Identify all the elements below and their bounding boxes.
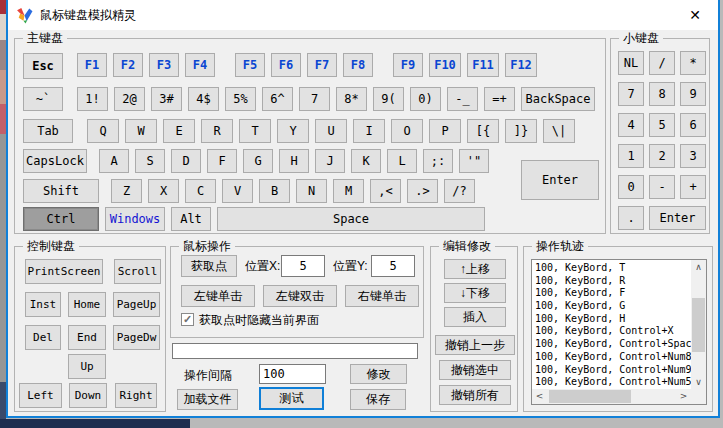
key-h[interactable]: H xyxy=(279,149,309,173)
key-symbol[interactable]: -_ xyxy=(447,87,478,111)
track-item[interactable]: 100, KeyBord, R xyxy=(535,275,691,288)
key-nl[interactable]: NL xyxy=(618,51,644,75)
key-backspace[interactable]: BackSpace xyxy=(521,87,595,111)
key-8[interactable]: 8 xyxy=(649,82,675,106)
double-click-button[interactable]: 左键双击 xyxy=(263,285,337,307)
scroll-down-icon[interactable]: ∨ xyxy=(691,375,706,389)
key-del[interactable]: Del xyxy=(25,325,61,350)
key-x[interactable]: X xyxy=(148,179,179,203)
key-symbol[interactable]: + xyxy=(680,175,706,199)
key-symbol[interactable]: ~` xyxy=(23,87,63,111)
key-pageup[interactable]: PageUp xyxy=(113,292,160,317)
key-inst[interactable]: Inst xyxy=(25,292,61,317)
key-v[interactable]: V xyxy=(222,179,253,203)
pos-x-input[interactable] xyxy=(281,255,325,277)
key-5[interactable]: 5% xyxy=(225,87,256,111)
horizontal-scroll-thumb[interactable] xyxy=(549,390,631,403)
key-i[interactable]: I xyxy=(353,119,385,143)
key-symbol[interactable]: .> xyxy=(407,179,438,203)
get-point-button[interactable]: 获取点 xyxy=(181,255,237,277)
edit-button[interactable]: ↓下移 xyxy=(444,283,506,303)
track-item[interactable]: 100, KeyBord, G xyxy=(535,300,691,313)
key-4[interactable]: 4 xyxy=(618,113,644,137)
vertical-scroll-thumb[interactable] xyxy=(692,298,705,352)
key-f1[interactable]: F1 xyxy=(77,53,107,77)
track-item[interactable]: 100, KeyBord, Control+Num8 xyxy=(535,351,691,364)
key-0[interactable]: 0) xyxy=(410,87,441,111)
key-q[interactable]: Q xyxy=(87,119,119,143)
key-f8[interactable]: F8 xyxy=(343,53,373,77)
key-f6[interactable]: F6 xyxy=(271,53,301,77)
modify-button[interactable]: 修改 xyxy=(350,364,407,384)
key-s[interactable]: S xyxy=(135,149,165,173)
key-down[interactable]: Down xyxy=(69,383,107,408)
key-w[interactable]: W xyxy=(125,119,157,143)
horizontal-scrollbar[interactable]: < > xyxy=(532,389,691,404)
key-enter-main[interactable]: Enter xyxy=(521,160,599,200)
key-symbol[interactable]: / xyxy=(649,51,675,75)
key-p[interactable]: P xyxy=(429,119,461,143)
scroll-up-icon[interactable]: ∧ xyxy=(691,260,706,274)
key-ctrl[interactable]: Ctrl xyxy=(23,207,99,231)
key-0[interactable]: 0 xyxy=(618,175,644,199)
key-1[interactable]: 1 xyxy=(618,144,644,168)
key-4[interactable]: 4$ xyxy=(188,87,219,111)
script-display-input[interactable] xyxy=(172,343,418,359)
key-a[interactable]: A xyxy=(99,149,129,173)
key-3[interactable]: 3# xyxy=(151,87,182,111)
key-f10[interactable]: F10 xyxy=(429,53,461,77)
key-o[interactable]: O xyxy=(391,119,423,143)
key-windows[interactable]: Windows xyxy=(105,207,165,231)
key-capslock[interactable]: CapsLock xyxy=(23,149,87,173)
key-f[interactable]: F xyxy=(207,149,237,173)
track-item[interactable]: 100, KeyBord, F xyxy=(535,287,691,300)
key-g[interactable]: G xyxy=(243,149,273,173)
track-item[interactable]: 100, KeyBord, Control+Num5 xyxy=(535,376,691,389)
key-c[interactable]: C xyxy=(185,179,216,203)
key-7[interactable]: 7 xyxy=(618,82,644,106)
key-2[interactable]: 2 xyxy=(649,144,675,168)
key-f12[interactable]: F12 xyxy=(505,53,537,77)
scroll-right-icon[interactable]: > xyxy=(676,389,691,403)
key-2[interactable]: 2@ xyxy=(114,87,145,111)
load-file-button[interactable]: 加载文件 xyxy=(177,389,238,410)
key-l[interactable]: L xyxy=(387,149,417,173)
key-end[interactable]: End xyxy=(68,325,106,350)
key-symbol[interactable]: '" xyxy=(459,149,489,173)
key-8[interactable]: 8* xyxy=(336,87,367,111)
key-5[interactable]: 5 xyxy=(649,113,675,137)
key-y[interactable]: Y xyxy=(277,119,309,143)
track-item[interactable]: 100, KeyBord, Control+Space xyxy=(535,338,691,351)
test-button[interactable]: 测试 xyxy=(259,387,324,410)
key-symbol[interactable]: [{ xyxy=(467,119,499,143)
key-f7[interactable]: F7 xyxy=(307,53,337,77)
key-space[interactable]: Space xyxy=(217,207,485,231)
key-symbol[interactable]: ;: xyxy=(423,149,453,173)
key-f5[interactable]: F5 xyxy=(235,53,265,77)
track-item[interactable]: 100, KeyBord, H xyxy=(535,313,691,326)
key-6[interactable]: 6^ xyxy=(262,87,293,111)
key-symbol[interactable]: - xyxy=(649,175,675,199)
key-z[interactable]: Z xyxy=(111,179,142,203)
key-symbol[interactable]: =+ xyxy=(484,87,515,111)
key-r[interactable]: R xyxy=(201,119,233,143)
edit-button[interactable]: 撤销选中 xyxy=(439,360,511,380)
key-symbol[interactable]: /? xyxy=(444,179,475,203)
key-e[interactable]: E xyxy=(163,119,195,143)
key-up[interactable]: Up xyxy=(68,354,106,379)
track-item[interactable]: 100, KeyBord, Control+X xyxy=(535,325,691,338)
key-symbol[interactable]: . xyxy=(618,206,644,230)
edit-button[interactable]: 撤销上一步 xyxy=(435,335,515,355)
key-n[interactable]: N xyxy=(296,179,327,203)
key-1[interactable]: 1! xyxy=(77,87,108,111)
save-button[interactable]: 保存 xyxy=(350,389,406,410)
key-home[interactable]: Home xyxy=(68,292,106,317)
interval-input[interactable] xyxy=(259,364,326,384)
key-tab[interactable]: Tab xyxy=(23,119,73,143)
key-m[interactable]: M xyxy=(333,179,364,203)
key-t[interactable]: T xyxy=(239,119,271,143)
track-item[interactable]: 100, KeyBord, T xyxy=(535,262,691,275)
key-f2[interactable]: F2 xyxy=(113,53,143,77)
key-9[interactable]: 9( xyxy=(373,87,404,111)
edit-button[interactable]: 撤销所有 xyxy=(439,385,511,405)
